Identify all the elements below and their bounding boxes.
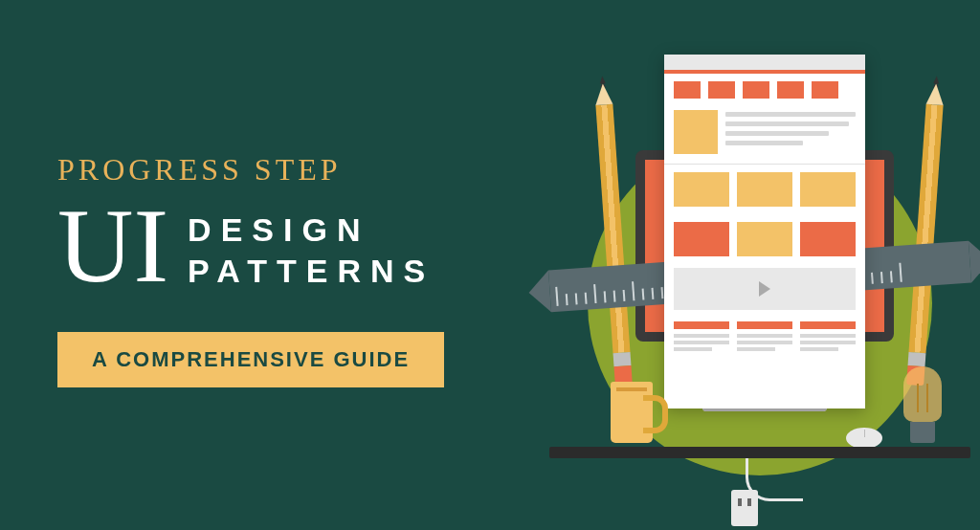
mug-icon — [611, 382, 653, 443]
illustration-wrap — [539, 0, 980, 530]
text-block: PROGRESS STEP UI DESIGN PATTERNS A COMPR… — [0, 143, 539, 387]
title-design: DESIGN — [188, 210, 434, 251]
title-patterns: PATTERNS — [188, 251, 434, 292]
illustration — [559, 26, 961, 504]
title-row: UI DESIGN PATTERNS — [57, 199, 539, 294]
power-plug-icon — [731, 490, 758, 526]
title-stack: DESIGN PATTERNS — [188, 202, 434, 291]
webpage-mock-icon — [664, 55, 865, 409]
mouse-icon — [846, 428, 882, 449]
title-ui: UI — [57, 199, 168, 294]
desk-surface — [549, 447, 970, 458]
banner: PROGRESS STEP UI DESIGN PATTERNS A COMPR… — [0, 0, 980, 530]
eyebrow-text: PROGRESS STEP — [57, 152, 539, 188]
subtitle-badge: A COMPREHENSIVE GUIDE — [57, 332, 444, 387]
lightbulb-icon — [903, 366, 942, 443]
